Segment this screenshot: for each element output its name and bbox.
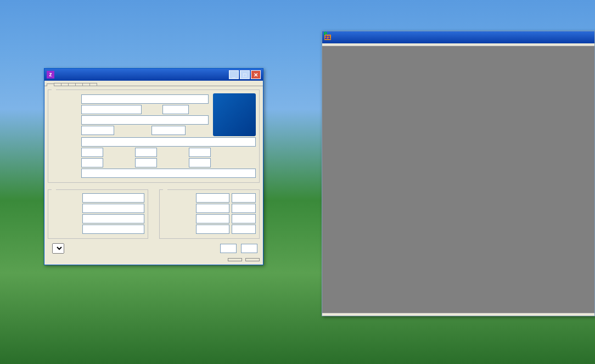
clocks-group <box>48 189 148 239</box>
tab-spd[interactable] <box>75 83 83 86</box>
cpuz-tabs <box>44 81 263 86</box>
processor-group <box>48 89 260 183</box>
status-bar <box>322 313 594 316</box>
corespeed-value <box>82 193 144 203</box>
validate-button[interactable] <box>228 258 242 261</box>
processor-select[interactable] <box>52 243 64 254</box>
cores-value <box>220 244 237 253</box>
l2-way <box>232 214 256 223</box>
tab-graphics[interactable] <box>82 83 90 86</box>
l1i-value <box>196 204 229 213</box>
tab-cache[interactable] <box>54 83 61 86</box>
l1d-way <box>232 193 256 203</box>
cpuz-window: z _ □ ✕ <box>44 68 263 265</box>
stepping-value <box>189 148 211 157</box>
tab-mainboard[interactable] <box>61 83 69 86</box>
prime95-titlebar[interactable]: 21 <box>322 31 594 43</box>
l2-value <box>196 214 229 223</box>
package-value <box>81 115 209 125</box>
maximize-button[interactable]: □ <box>240 70 250 79</box>
cache-group <box>159 189 260 239</box>
name-value <box>81 94 209 104</box>
prime95-icon: 21 <box>324 35 331 40</box>
mdi-area <box>322 46 594 313</box>
tab-processor[interactable] <box>47 83 54 86</box>
ok-button[interactable] <box>245 258 260 261</box>
prime95-window: 21 <box>322 31 595 316</box>
threads-value <box>241 244 257 253</box>
l3-value <box>196 225 229 234</box>
cpuz-titlebar[interactable]: z _ □ ✕ <box>44 69 263 81</box>
l3-way <box>232 225 256 234</box>
tab-memory[interactable] <box>68 83 76 86</box>
mult-value <box>82 204 144 213</box>
spec-value <box>81 137 256 147</box>
instr-value <box>81 169 256 178</box>
extfam-value <box>81 158 103 167</box>
codename-value <box>81 105 142 114</box>
minimize-button[interactable]: _ <box>229 70 239 79</box>
tdp-value <box>162 105 189 114</box>
l1d-value <box>196 193 229 203</box>
corev-value <box>151 126 186 135</box>
family-value <box>81 148 103 157</box>
bus-value <box>82 214 144 223</box>
l1i-way <box>232 204 256 213</box>
extmodel-value <box>135 158 157 167</box>
close-button[interactable]: ✕ <box>251 70 261 79</box>
tech-value <box>81 126 114 135</box>
cpuz-icon: z <box>47 71 54 79</box>
qpi-value <box>82 225 144 234</box>
model-value <box>135 148 157 157</box>
tab-about[interactable] <box>89 83 97 86</box>
intel-xeon-logo <box>213 93 256 136</box>
revision-value <box>189 158 211 167</box>
